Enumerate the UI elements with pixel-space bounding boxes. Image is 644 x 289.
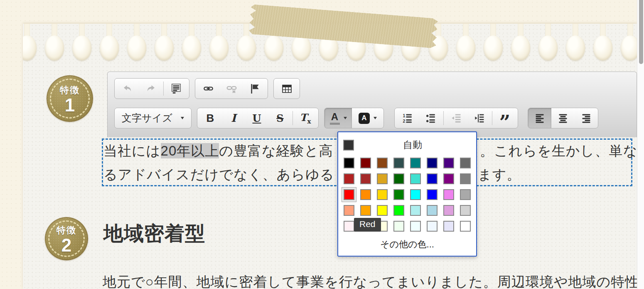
undo-icon (122, 84, 133, 94)
separator (163, 82, 164, 96)
bullet-list-button[interactable] (419, 109, 442, 127)
punch-hole (182, 24, 201, 62)
outdent-icon (451, 113, 462, 124)
select-all-icon (171, 83, 182, 94)
flag-icon (249, 83, 260, 94)
color-swatch[interactable] (393, 205, 404, 216)
color-swatch[interactable] (393, 173, 404, 184)
auto-color-swatch[interactable] (343, 140, 354, 151)
color-swatch[interactable] (460, 205, 471, 216)
color-swatch[interactable] (443, 205, 454, 216)
anchor-button[interactable] (243, 79, 266, 98)
italic-button[interactable]: I (222, 109, 245, 127)
badge-number: 2 (61, 237, 71, 254)
color-swatch[interactable] (344, 221, 354, 232)
undo-button[interactable] (116, 79, 139, 98)
editor-line-1-right: 。これらを生かし、単な (480, 142, 637, 161)
color-swatch[interactable] (377, 173, 388, 184)
punch-hole (100, 24, 119, 62)
color-swatch[interactable] (443, 173, 454, 184)
unlink-button[interactable] (220, 79, 243, 98)
align-left-button[interactable] (528, 108, 551, 128)
color-swatch[interactable] (377, 158, 388, 168)
badge-label: 特徴 (60, 84, 80, 96)
remove-format-button[interactable]: Tx (294, 109, 317, 127)
unlink-icon (226, 84, 237, 94)
punch-hole (23, 24, 37, 62)
editor-line-2: るアドバイスだけでなく、あらゆる (103, 165, 334, 184)
indent-button[interactable] (468, 109, 491, 127)
underline-button[interactable]: U (245, 109, 268, 127)
editor-line-2-right: ます。 (478, 165, 521, 184)
separator (293, 111, 293, 125)
separator (492, 111, 492, 125)
bg-color-icon: A (359, 113, 370, 124)
blockquote-button[interactable]: ” (493, 109, 516, 127)
punch-hole (566, 24, 585, 62)
bullet-list-icon (425, 113, 436, 124)
color-swatch[interactable] (360, 205, 371, 216)
color-swatch[interactable] (427, 205, 438, 216)
color-swatch[interactable] (410, 221, 421, 232)
strikethrough-button[interactable]: S (268, 109, 292, 127)
redo-button[interactable] (139, 79, 162, 98)
section-2-heading: 地域密着型 (103, 220, 205, 247)
numbered-list-button[interactable]: 12 (396, 109, 419, 127)
color-swatch[interactable] (393, 189, 404, 200)
table-button[interactable] (275, 79, 298, 98)
color-swatch[interactable] (393, 158, 404, 168)
color-swatch[interactable] (443, 158, 454, 168)
color-swatch[interactable] (410, 205, 421, 216)
punch-hole (593, 24, 612, 62)
punch-hole (456, 24, 475, 62)
auto-color-row[interactable]: 自動 (343, 138, 471, 151)
current-color-bar (330, 123, 340, 125)
color-swatch[interactable] (460, 189, 471, 200)
color-swatch[interactable] (360, 158, 371, 168)
text-fragment: 当社には (103, 143, 161, 158)
color-swatch[interactable] (344, 189, 354, 200)
align-right-button[interactable] (575, 108, 598, 128)
punch-hole (155, 24, 174, 62)
color-swatch[interactable] (360, 173, 371, 184)
color-swatch[interactable] (460, 173, 471, 184)
color-swatch[interactable] (443, 221, 454, 232)
color-swatch[interactable] (377, 205, 388, 216)
outdent-button[interactable] (445, 109, 468, 127)
punch-hole (127, 24, 146, 62)
scrollbar-track[interactable] (637, 0, 644, 289)
section-2-body: 地元で○年間、地域に密着して事業を行なってまいりました。周辺環境や地域の特性 (103, 273, 639, 289)
punch-hole (538, 24, 558, 62)
color-swatch[interactable] (410, 158, 421, 168)
font-size-dropdown[interactable]: 文字サイズ (116, 109, 190, 127)
chevron-down-icon (374, 117, 377, 119)
color-swatch[interactable] (460, 221, 471, 232)
color-swatch[interactable] (460, 158, 471, 168)
bg-color-button[interactable]: A (352, 108, 383, 128)
color-swatch[interactable] (427, 173, 438, 184)
color-swatch[interactable] (427, 221, 438, 232)
color-swatch[interactable] (393, 221, 404, 232)
color-swatch[interactable] (344, 173, 354, 184)
color-swatch[interactable] (344, 158, 354, 168)
color-swatch[interactable] (443, 189, 454, 200)
auto-color-label: 自動 (354, 138, 471, 151)
color-swatch[interactable] (344, 205, 354, 216)
text-color-button[interactable]: A (324, 108, 352, 128)
scrollbar-thumb[interactable] (639, 0, 643, 64)
select-all-button[interactable] (165, 79, 188, 98)
underline-icon: U (253, 112, 261, 124)
bold-button[interactable]: B (199, 109, 222, 127)
color-swatch[interactable] (360, 189, 371, 200)
font-size-group: 文字サイズ (114, 108, 192, 128)
link-button[interactable] (197, 79, 220, 98)
more-colors-button[interactable]: その他の色... (343, 238, 471, 251)
color-swatch[interactable] (377, 189, 388, 200)
align-center-button[interactable] (551, 108, 575, 128)
color-swatch[interactable] (410, 189, 421, 200)
color-swatch[interactable] (427, 158, 438, 168)
color-swatch[interactable] (427, 189, 438, 200)
color-swatch[interactable] (410, 173, 421, 184)
align-left-icon (535, 114, 545, 123)
svg-text:2: 2 (403, 119, 406, 124)
